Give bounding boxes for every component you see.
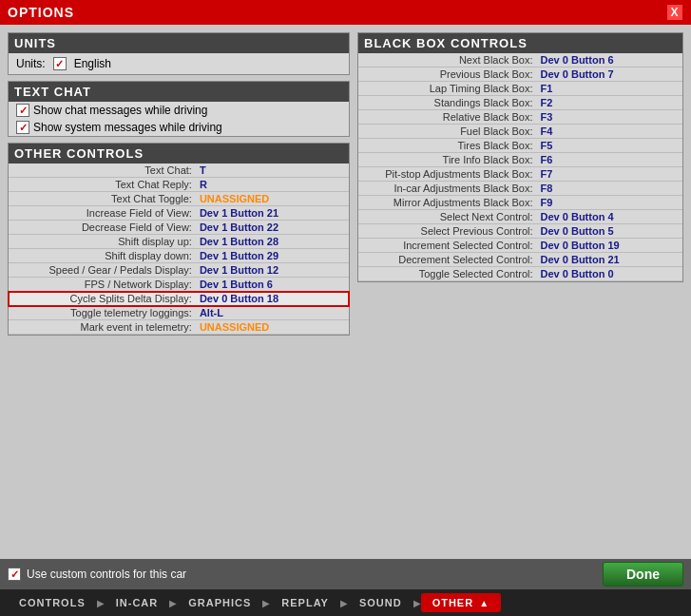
units-section: UNITS Units: English (8, 32, 350, 75)
other-control-row[interactable]: Increase Field of View:Dev 1 Button 21 (9, 206, 349, 221)
bb-control-row[interactable]: Fuel Black Box:F4 (358, 125, 682, 139)
bb-control-row[interactable]: Tires Black Box:F5 (358, 139, 682, 153)
other-controls-header: OTHER CONTROLS (9, 144, 349, 164)
chat-label-1: Show chat messages while driving (33, 104, 207, 117)
bb-control-row[interactable]: Pit-stop Adjustments Black Box:F7 (358, 167, 682, 182)
nav-item-other[interactable]: OTHER▲ (421, 593, 501, 612)
black-box-header: BLACK BOX CONTROLS (358, 33, 682, 53)
black-box-section: BLACK BOX CONTROLS Next Black Box:Dev 0 … (357, 32, 683, 282)
bb-control-row[interactable]: Previous Black Box:Dev 0 Button 7 (358, 67, 682, 82)
bb-control-row[interactable]: Select Previous Control:Dev 0 Button 5 (358, 224, 682, 239)
left-panel: UNITS Units: English TEXT CHAT Show chat… (8, 32, 350, 551)
other-controls-table: Text Chat:TText Chat Reply:RText Chat To… (9, 164, 349, 335)
other-control-row[interactable]: Text Chat Reply:R (9, 178, 349, 192)
bb-control-row[interactable]: Toggle Selected Control:Dev 0 Button 0 (358, 267, 682, 281)
other-control-row[interactable]: Shift display down:Dev 1 Button 29 (9, 249, 349, 263)
other-control-row[interactable]: Decrease Field of View:Dev 1 Button 22 (9, 221, 349, 235)
nav-arrow-icon: ▶ (97, 598, 105, 608)
nav-arrow-icon: ▶ (262, 598, 270, 608)
custom-controls-label: Use custom controls for this car (27, 568, 186, 581)
other-control-row[interactable]: Text Chat:T (9, 164, 349, 178)
units-row: Units: English (9, 53, 349, 74)
custom-controls-checkbox[interactable] (8, 568, 21, 581)
nav-active-arrow-icon: ▲ (479, 598, 489, 608)
other-control-row[interactable]: Mark event in telemetry:UNASSIGNED (9, 320, 349, 335)
title-bar: OPTIONS X (0, 0, 691, 25)
custom-controls-option: Use custom controls for this car (8, 568, 186, 581)
options-dialog: OPTIONS X UNITS Units: English TEXT CHAT… (0, 0, 691, 616)
units-value: English (74, 57, 111, 70)
footer-nav: CONTROLS▶IN-CAR▶GRAPHICS▶REPLAY▶SOUND▶OT… (0, 589, 691, 616)
bb-control-row[interactable]: Select Next Control:Dev 0 Button 4 (358, 210, 682, 224)
bottom-bar: Use custom controls for this car Done (0, 559, 691, 589)
chat-option-1: Show chat messages while driving (9, 102, 349, 119)
units-header: UNITS (9, 33, 349, 53)
bb-control-row[interactable]: Mirror Adjustments Black Box:F9 (358, 196, 682, 210)
black-box-table: Next Black Box:Dev 0 Button 6Previous Bl… (358, 53, 682, 281)
nav-item-controls[interactable]: CONTROLS (8, 593, 97, 612)
bb-control-row[interactable]: Standings Black Box:F2 (358, 96, 682, 110)
nav-arrow-icon: ▶ (413, 598, 421, 608)
nav-item-graphics[interactable]: GRAPHICS (177, 593, 262, 612)
close-button[interactable]: X (666, 4, 683, 21)
nav-arrow-icon: ▶ (340, 598, 348, 608)
chat-checkbox-2[interactable] (16, 121, 29, 134)
other-control-row[interactable]: FPS / Network Display:Dev 1 Button 6 (9, 278, 349, 292)
chat-option-2: Show system messages while driving (9, 119, 349, 136)
bb-control-row[interactable]: Relative Black Box:F3 (358, 110, 682, 125)
nav-item-replay[interactable]: REPLAY (270, 593, 340, 612)
units-checkbox[interactable] (53, 57, 67, 70)
dialog-title: OPTIONS (8, 5, 74, 20)
bb-control-row[interactable]: Next Black Box:Dev 0 Button 6 (358, 53, 682, 67)
nav-arrow-icon: ▶ (169, 598, 177, 608)
text-chat-header: TEXT CHAT (9, 82, 349, 102)
bb-control-row[interactable]: Lap Timing Black Box:F1 (358, 82, 682, 96)
other-control-row[interactable]: Shift display up:Dev 1 Button 28 (9, 235, 349, 249)
main-content: UNITS Units: English TEXT CHAT Show chat… (0, 25, 691, 559)
bb-control-row[interactable]: Tire Info Black Box:F6 (358, 153, 682, 167)
bb-control-row[interactable]: Increment Selected Control:Dev 0 Button … (358, 239, 682, 253)
chat-checkbox-1[interactable] (16, 104, 29, 117)
other-control-row[interactable]: Text Chat Toggle:UNASSIGNED (9, 192, 349, 206)
right-panel: BLACK BOX CONTROLS Next Black Box:Dev 0 … (357, 32, 683, 551)
done-button[interactable]: Done (603, 562, 683, 587)
units-label: Units: (16, 57, 46, 70)
other-controls-section: OTHER CONTROLS Text Chat:TText Chat Repl… (8, 143, 350, 336)
text-chat-section: TEXT CHAT Show chat messages while drivi… (8, 81, 350, 137)
other-control-row[interactable]: Speed / Gear / Pedals Display:Dev 1 Butt… (9, 263, 349, 278)
bb-control-row[interactable]: In-car Adjustments Black Box:F8 (358, 182, 682, 196)
nav-item-incar[interactable]: IN-CAR (105, 593, 170, 612)
bb-control-row[interactable]: Decrement Selected Control:Dev 0 Button … (358, 253, 682, 267)
other-control-row[interactable]: Toggle telemetry loggings:Alt-L (9, 306, 349, 320)
other-control-row[interactable]: Cycle Splits Delta Display:Dev 0 Button … (9, 292, 349, 306)
nav-item-sound[interactable]: SOUND (348, 593, 413, 612)
chat-label-2: Show system messages while driving (33, 121, 222, 134)
